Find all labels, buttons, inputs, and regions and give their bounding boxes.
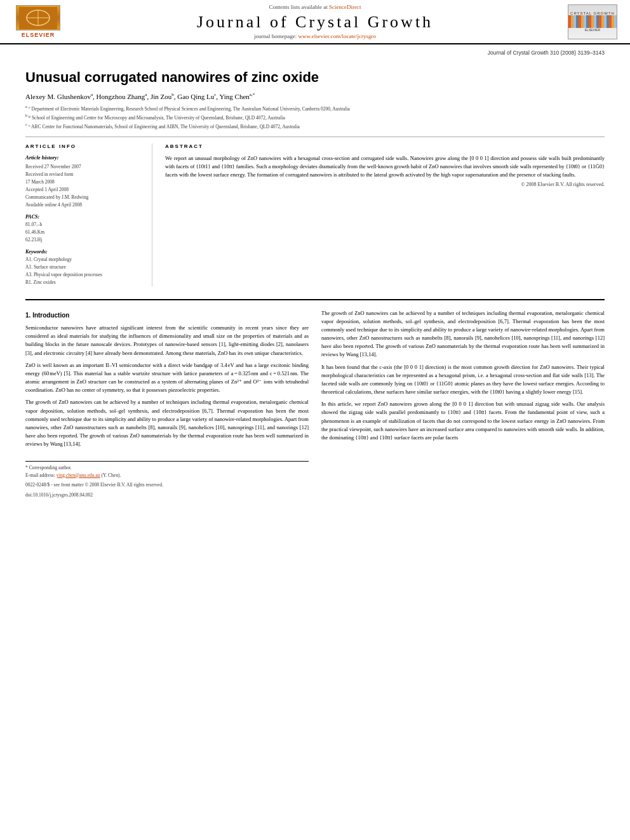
pacs-1: 81.07.–b [25,221,144,229]
footnote-email: E-mail address: ying.chen@anu.edu.au (Y.… [25,472,309,479]
cg-logo-stripes [568,15,617,28]
pacs-3: 62.23.Hj [25,236,144,244]
abstract-label: ABSTRACT [165,143,605,149]
article-page: Journal of Crystal Growth 310 (2008) 313… [0,50,630,498]
available-online: Available online 4 April 2008 [25,201,144,209]
affiliation-c: c ᶜ ARC Centre for Functional Nanomateri… [25,121,605,130]
authors-line: Alexey M. Glushenkova, Hongzhou Zhanga, … [25,92,605,100]
footnote-email-link[interactable]: ying.chen@anu.edu.au [57,472,100,478]
communicated-by: Communicated by J.M. Redwing [25,194,144,201]
crystal-growth-logo: CRYSTAL GROWTH ELSEVIER [566,4,617,39]
revised-date: 17 March 2008 [25,178,144,186]
sciencedirect-link[interactable]: ScienceDirect [329,4,361,10]
abstract-text: We report an unusual morphology of ZnO n… [165,154,605,180]
keyword-2: A1. Surface structure [25,263,144,271]
elsevier-logo: ELSEVIER [13,5,64,38]
abstract-copyright: © 2008 Elsevier B.V. All rights reserved… [165,182,605,187]
article-ref-line: Journal of Crystal Growth 310 (2008) 313… [25,50,605,56]
footnote-corresponding: * Corresponding author. [25,464,309,471]
journal-homepage-link[interactable]: www.elsevier.com/locate/jcrysgro [298,33,376,39]
main-body: 1. Introduction Semiconductor nanowires … [25,299,605,499]
article-history-label: Article history: [25,154,144,161]
doi-line: doi:10.1016/j.jcrysgro.2008.04.002 [25,491,309,499]
pacs-label: PACS: [25,214,144,220]
intro-heading: 1. Introduction [25,310,309,321]
keywords-label: Keywords: [25,249,144,255]
affiliation-b: b ᵇ School of Engineering and Centre for… [25,112,605,121]
journal-title: Journal of Crystal Growth [64,13,566,32]
journal-homepage: journal homepage: www.elsevier.com/locat… [64,33,566,39]
elsevier-text: ELSEVIER [22,32,55,38]
accepted-date: Accepted 1 April 2008 [25,186,144,194]
intro-para-right-1: The growth of ZnO nanowires can be achie… [321,309,605,359]
article-info-abstract: ARTICLE INFO Article history: Received 2… [25,143,605,286]
article-info-label: ARTICLE INFO [25,143,144,149]
affiliations: a ° Department of Electronic Materials E… [25,103,605,137]
body-col-right: The growth of ZnO nanowires can be achie… [321,309,605,499]
sciencedirect-line: Contents lists available at ScienceDirec… [64,4,566,10]
elsevier-logo-image [16,5,60,30]
article-title: Unusual corrugated nanowires of zinc oxi… [25,69,605,87]
article-info-col: ARTICLE INFO Article history: Received 2… [25,143,152,286]
intro-para-right-3: In this article, we report ZnO nanowires… [321,400,605,442]
affiliation-a: a ° Department of Electronic Materials E… [25,103,605,112]
keyword-1: A1. Crystal morphology [25,256,144,263]
intro-para-2: ZnO is well known as an important II–VI … [25,361,309,395]
intro-para-3: The growth of ZnO nanowires can be achie… [25,398,309,448]
keyword-3: A3. Physical vapor deposition processes [25,271,144,279]
cg-logo-bottom-text: ELSEVIER [585,28,600,32]
keyword-4: B1. Zinc oxides [25,279,144,286]
received-date: Received 27 November 2007 [25,163,144,171]
received-revised-label: Received in revised form [25,171,144,178]
footnote-area: * Corresponding author. E-mail address: … [25,461,309,498]
journal-header: ELSEVIER Contents lists available at Sci… [0,0,630,44]
intro-para-1: Semiconductor nanowires have attracted s… [25,324,309,357]
abstract-col: ABSTRACT We report an unusual morphology… [165,143,605,286]
body-col-left: 1. Introduction Semiconductor nanowires … [25,309,309,499]
copyright-doi-line: 0022-0248/$ - see front matter © 2008 El… [25,481,309,489]
header-center: Contents lists available at ScienceDirec… [64,4,566,39]
pacs-2: 61.46.Km [25,229,144,236]
cg-logo-box: CRYSTAL GROWTH ELSEVIER [568,4,617,39]
intro-para-right-2: It has been found that the c-axis (the [… [321,363,605,397]
